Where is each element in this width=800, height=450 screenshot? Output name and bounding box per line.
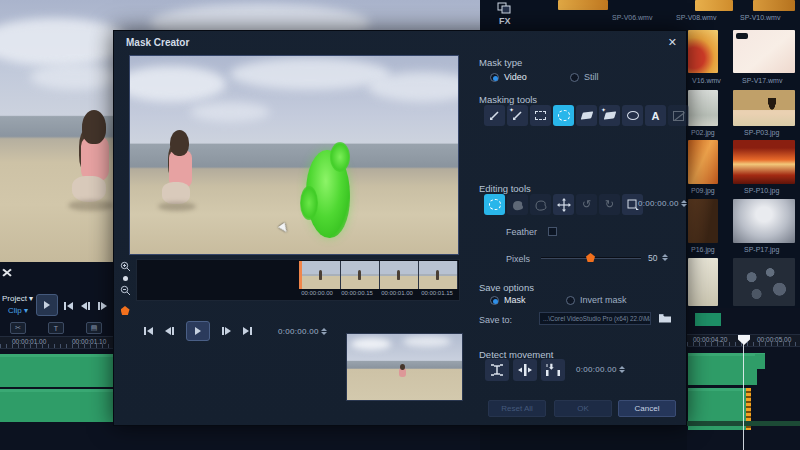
next-frame-button[interactable]: [222, 327, 231, 335]
library-thumbnail[interactable]: [558, 0, 608, 10]
pixels-spinner[interactable]: [662, 254, 668, 261]
smart-eraser-tool-button[interactable]: ✦: [599, 105, 620, 126]
pixels-slider-handle[interactable]: [586, 253, 595, 262]
library-thumbnail[interactable]: [695, 0, 733, 11]
mask-type-still-radio[interactable]: Still: [570, 72, 599, 82]
library-item-label: P02.jpg: [691, 129, 715, 136]
pixels-value: 50: [648, 253, 657, 263]
overlay-track-clip[interactable]: [0, 389, 118, 422]
filmstrip-frame[interactable]: [380, 261, 419, 289]
project-view-toggle[interactable]: Project ▾: [2, 294, 33, 303]
editing-tools-label: Editing tools: [479, 183, 531, 194]
clip-fragment[interactable]: [695, 313, 721, 326]
ok-button[interactable]: OK: [554, 400, 612, 417]
transition-icon[interactable]: [497, 2, 511, 14]
zoom-out-icon[interactable]: [120, 285, 131, 296]
fx-tab[interactable]: FX: [499, 16, 511, 26]
library-thumbnail[interactable]: [733, 199, 795, 243]
save-mask-radio[interactable]: Mask: [490, 295, 526, 305]
pixels-slider[interactable]: [541, 252, 641, 262]
detect-movement-row: [485, 359, 565, 381]
library-thumbnail[interactable]: [688, 140, 718, 184]
save-to-path-field[interactable]: ...\Corel VideoStudio Pro (x64) 22.0\Mas…: [539, 312, 651, 325]
clip-filmstrip[interactable]: [299, 261, 458, 289]
zoom-slider-handle[interactable]: [123, 276, 128, 281]
library-thumbnail[interactable]: [688, 199, 718, 243]
mask-preview-canvas[interactable]: [129, 55, 459, 255]
mask-type-video-radio[interactable]: Video: [490, 72, 527, 82]
close-icon[interactable]: ✕: [668, 36, 677, 49]
browse-folder-button[interactable]: [657, 311, 672, 324]
reset-all-button[interactable]: Reset All: [488, 400, 546, 417]
import-mask-tool-button[interactable]: [668, 105, 689, 126]
zoom-in-icon[interactable]: [120, 261, 131, 272]
library-item-label: SP-V06.wmv: [612, 14, 652, 21]
filmstrip-frame[interactable]: [302, 261, 341, 289]
detect-to-end-button[interactable]: [541, 359, 565, 381]
woman-on-beach-small: [399, 364, 406, 378]
save-options-label: Save options: [479, 282, 534, 293]
title-track-icon[interactable]: T: [48, 322, 64, 334]
timecode-spinner[interactable]: [321, 328, 327, 335]
feather-checkbox[interactable]: [548, 227, 557, 236]
rotate-right-button[interactable]: ↻: [599, 194, 620, 215]
brush-tool-button[interactable]: [484, 105, 505, 126]
filmstrip-frame[interactable]: [419, 261, 458, 289]
add-mask-area-button[interactable]: [530, 194, 551, 215]
go-to-start-button[interactable]: [64, 302, 73, 310]
folder-icon: [658, 312, 672, 323]
cancel-button[interactable]: Cancel: [618, 400, 676, 417]
timeline-ruler-left[interactable]: 00:00:01.00 00:00:01.10: [0, 336, 118, 349]
play-button[interactable]: [186, 321, 210, 341]
go-to-start-button[interactable]: [144, 327, 153, 335]
timeline-scrub-marker[interactable]: [121, 306, 130, 315]
pixels-label: Pixels: [506, 254, 530, 264]
library-thumbnail[interactable]: [733, 258, 795, 306]
subtract-mask-area-button[interactable]: [507, 194, 528, 215]
go-to-end-button[interactable]: [243, 327, 252, 335]
video-track-icon[interactable]: ▤: [86, 322, 102, 334]
play-button[interactable]: [36, 294, 58, 316]
clip-view-toggle[interactable]: Clip ▾: [8, 306, 28, 315]
edit-lasso-tool-button[interactable]: [484, 194, 505, 215]
library-thumbnail[interactable]: [733, 140, 795, 184]
detect-at-position-button[interactable]: [513, 359, 537, 381]
cloud: [0, 18, 130, 66]
editing-timecode: 0:00:00.00: [638, 199, 687, 208]
woman-on-beach: [158, 130, 198, 228]
smart-brush-tool-button[interactable]: ✦: [507, 105, 528, 126]
timeline-panel-right: 00:00:04.20 00:00:05.00: [687, 308, 800, 450]
rectangle-select-tool-button[interactable]: [530, 105, 551, 126]
save-to-label: Save to:: [479, 315, 512, 325]
library-thumbnail[interactable]: [688, 30, 718, 73]
next-frame-button[interactable]: [98, 302, 107, 310]
previous-frame-button[interactable]: [81, 302, 90, 310]
library-item-label: SP-V17.wmv: [742, 77, 782, 84]
move-mask-button[interactable]: [553, 194, 574, 215]
timecode-spinner[interactable]: [681, 200, 687, 207]
library-item-label: P09.jpg: [691, 187, 715, 194]
library-item-label: SP-P17.jpg: [744, 246, 779, 253]
detect-from-start-button[interactable]: [485, 359, 509, 381]
timecode-spinner[interactable]: [619, 366, 625, 373]
smart-lasso-tool-button[interactable]: [553, 105, 574, 126]
library-thumbnail[interactable]: [688, 258, 718, 306]
rotate-left-button[interactable]: ↺: [576, 194, 597, 215]
video-track-clip[interactable]: [688, 353, 757, 385]
split-clip-icon[interactable]: ✂: [10, 322, 26, 334]
painted-mask-region: [306, 150, 350, 238]
library-thumbnail[interactable]: [733, 90, 795, 126]
library-thumbnail[interactable]: [733, 30, 795, 73]
filmstrip-frame[interactable]: [341, 261, 380, 289]
library-item-label: P16.jpg: [691, 246, 715, 253]
video-track-clip[interactable]: [0, 354, 118, 387]
previous-frame-button[interactable]: [165, 327, 174, 335]
text-mask-tool-button[interactable]: A: [645, 105, 666, 126]
freehand-mask-tool-button[interactable]: [622, 105, 643, 126]
eraser-tool-button[interactable]: [576, 105, 597, 126]
feather-label: Feather: [506, 227, 537, 237]
library-thumbnail[interactable]: [753, 0, 795, 11]
clip-trim-tab[interactable]: [755, 353, 765, 369]
invert-mask-radio[interactable]: Invert mask: [566, 295, 627, 305]
library-thumbnail[interactable]: [688, 90, 718, 126]
